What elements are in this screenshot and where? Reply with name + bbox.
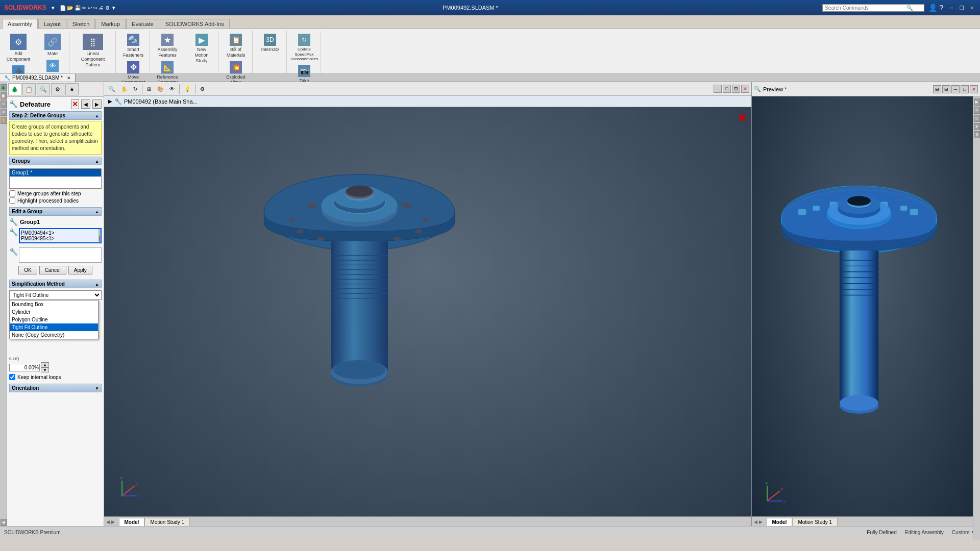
preview-window-4[interactable]: □	[961, 85, 969, 93]
vp-window-close[interactable]: ✕	[741, 85, 749, 93]
ribbon-btn-bill-of-materials[interactable]: 📋 Bill of Materials	[222, 32, 250, 60]
restore-btn[interactable]: ❐	[958, 4, 966, 12]
preview-3d[interactable]: X Y Z	[752, 96, 980, 516]
size-spinner[interactable]	[9, 364, 40, 371]
ok-button[interactable]: OK	[18, 266, 37, 274]
preview-right-icon-2[interactable]: ⊞	[974, 107, 980, 114]
preview-window-2[interactable]: ⊟	[942, 85, 950, 93]
viewport-3d[interactable]: ✕	[104, 107, 751, 516]
panel-tab-list[interactable]: 📋	[22, 83, 36, 95]
right-tab-motion-study[interactable]: Motion Study 1	[792, 518, 838, 526]
preview-window-1[interactable]: ⊞	[933, 85, 941, 93]
vp-window-max[interactable]: □	[723, 85, 731, 93]
viewport-close-btn[interactable]: ✕	[737, 111, 747, 126]
tab-layout[interactable]: Layout	[38, 19, 66, 29]
section-orientation[interactable]: Orientation	[9, 384, 102, 392]
orientation-label: Orientation	[12, 385, 39, 391]
simplification-dropdown[interactable]: Bounding Box Cylinder Polygon Outline Ti…	[9, 290, 102, 300]
preview-right-bar: ▶ ⊞ ⊟ 👁 ⚙	[973, 96, 980, 540]
dropdown-opt-cylinder[interactable]: Cylinder	[10, 308, 98, 316]
spinner-up[interactable]: ▲	[41, 362, 49, 367]
left-icon-1[interactable]: 🌲	[1, 84, 7, 91]
preview-window-close[interactable]: ✕	[970, 85, 978, 93]
tab-markup[interactable]: Markup	[95, 19, 126, 29]
right-tab-model[interactable]: Model	[767, 518, 793, 526]
tab-sketch[interactable]: Sketch	[67, 19, 95, 29]
svg-point-30	[333, 360, 386, 379]
preview-right-icon-3[interactable]: ⊟	[974, 115, 980, 122]
tab-evaluate[interactable]: Evaluate	[126, 19, 159, 29]
tab-assembly[interactable]: Assembly	[2, 19, 38, 29]
empty-component-box[interactable]	[19, 247, 102, 263]
merge-checkbox[interactable]	[9, 190, 15, 196]
dropdown-opt-none[interactable]: None (Copy Geometry)	[10, 331, 98, 339]
close-btn[interactable]: ✕	[968, 4, 976, 12]
dropdown-opt-tight-fit[interactable]: Tight Fit Outline	[10, 323, 98, 331]
ribbon-btn-intern3d[interactable]: 3D Intern3D	[256, 32, 284, 54]
dropdown-opt-polygon-outline[interactable]: Polygon Outline	[10, 316, 98, 323]
vp-light[interactable]: 💡	[182, 85, 193, 93]
search-input[interactable]	[825, 5, 906, 11]
vp-display[interactable]: 🎨	[155, 85, 166, 93]
ribbon-btn-update-speedpak[interactable]: ↻ Update SpeedPak Subassemblies	[290, 32, 318, 63]
vp-window-restore[interactable]: ⊟	[732, 85, 740, 93]
vp-window-min[interactable]: ─	[714, 85, 722, 93]
dropdown-opt-bounding-box[interactable]: Bounding Box	[10, 300, 98, 308]
ribbon-btn-assembly-features[interactable]: ★ Assembly Features	[153, 32, 182, 60]
vp-pan[interactable]: ✋	[118, 85, 130, 93]
vp-zoom[interactable]: 🔍	[106, 85, 117, 93]
left-icon-5[interactable]: 🎨	[1, 117, 7, 124]
bottom-tab-motion-study[interactable]: Motion Study 1	[144, 518, 190, 526]
minimize-btn[interactable]: ─	[947, 4, 955, 12]
left-icon-2[interactable]: 📋	[1, 92, 7, 99]
section-edit-group[interactable]: Edit a Group	[9, 207, 102, 216]
tab-solidworks-addins[interactable]: SOLIDWORKS Add-Ins	[160, 19, 230, 29]
vp-rotate[interactable]: ↻	[131, 85, 140, 93]
status-custom[interactable]: Custom ▼	[952, 530, 976, 535]
component-list[interactable]: PM009494<1> PM009495<1>	[19, 228, 102, 243]
doc-tab-close[interactable]: ✕	[67, 76, 71, 81]
apply-button[interactable]: Apply	[68, 266, 92, 274]
section-step2[interactable]: Step 2: Define Groups	[9, 111, 102, 120]
help-icon[interactable]: ?	[939, 4, 943, 12]
preview-right-icon-5[interactable]: ⚙	[974, 131, 980, 138]
ribbon-btn-smart-fasteners[interactable]: 🔩 Smart Fasteners	[119, 32, 148, 60]
vp-section[interactable]: ⊞	[144, 85, 154, 93]
group-item-1[interactable]: Group1 *	[10, 169, 101, 177]
left-icon-4[interactable]: ⊕	[1, 109, 7, 116]
svg-point-14	[317, 237, 325, 240]
keep-loops-checkbox[interactable]	[9, 374, 15, 380]
nav-forward-btn[interactable]: ▶	[92, 99, 102, 109]
bottom-tab-model[interactable]: Model	[119, 518, 145, 526]
ribbon-group-motion: ▶ New Motion Study	[185, 31, 218, 73]
ribbon-btn-new-motion-study[interactable]: ▶ New Motion Study	[187, 32, 216, 65]
left-icon-3[interactable]: ⊙	[1, 101, 7, 108]
ribbon-group-fasteners: 🔩 Smart Fasteners ✥ Move Component 👁 Sho…	[117, 31, 150, 73]
ribbon-btn-linear-pattern[interactable]: ⣿ Linear Component Pattern	[72, 32, 113, 69]
preview-right-icon-4[interactable]: 👁	[974, 123, 980, 130]
spinner-down[interactable]: ▼	[41, 367, 49, 372]
panel-tab-fav[interactable]: ★	[65, 83, 79, 95]
cancel-button[interactable]: Cancel	[39, 266, 66, 274]
ribbon-btn-edit-component[interactable]: ⚙ Edit Component	[4, 32, 33, 64]
user-icon[interactable]: 👤	[928, 4, 937, 12]
doc-tab-main[interactable]: 🔧 PM009492.SLDASM * ✕	[0, 74, 76, 82]
vp-view[interactable]: 👁	[167, 85, 177, 93]
ribbon-btn-mate[interactable]: 🔗 Mate	[38, 32, 67, 58]
defeature-close-btn[interactable]: ✕	[71, 99, 79, 109]
vp-settings[interactable]: ⚙	[198, 85, 207, 93]
panel-tab-tree[interactable]: 🌲	[8, 83, 21, 95]
section-simplification[interactable]: Simplification Method	[9, 280, 102, 288]
left-icon-bottom[interactable]: ◀	[1, 519, 7, 526]
edit-group-icon: 🔧	[9, 218, 18, 226]
highlight-checkbox[interactable]	[9, 197, 15, 204]
svg-text:X: X	[135, 482, 138, 486]
preview-window-3[interactable]: ─	[951, 85, 960, 93]
panel-tab-search[interactable]: 🔍	[37, 83, 50, 95]
section-groups[interactable]: Groups	[9, 157, 102, 165]
nav-back-btn[interactable]: ◀	[81, 99, 90, 109]
title-text: PM009492.SLDASM *	[118, 5, 823, 11]
panel-tab-custom[interactable]: ⚙	[51, 83, 64, 95]
preview-right-icon-1[interactable]: ▶	[974, 98, 980, 106]
ribbon: Assembly Layout Sketch Markup Evaluate S…	[0, 15, 980, 74]
